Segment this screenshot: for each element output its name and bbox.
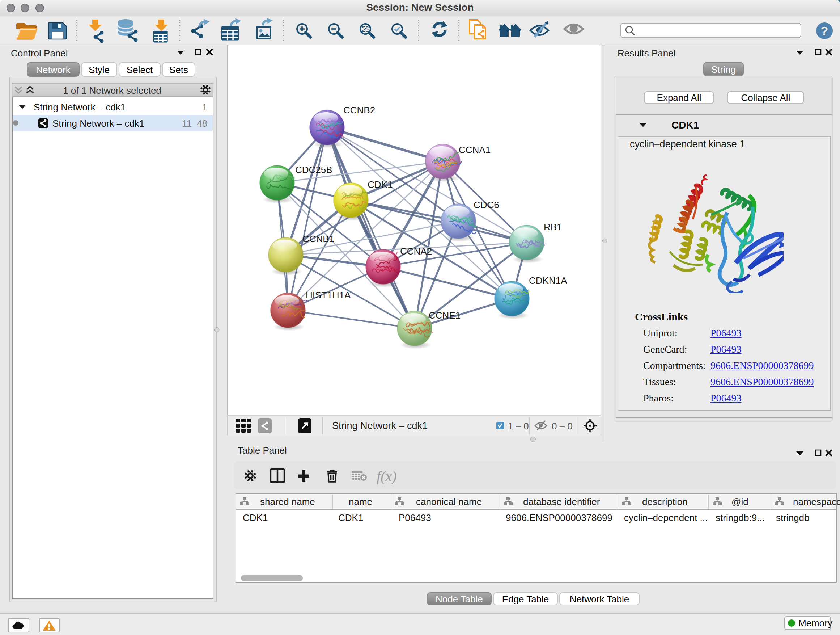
svg-text:CDKN1A: CDKN1A bbox=[529, 275, 567, 286]
svg-text:HIST1H1A: HIST1H1A bbox=[306, 290, 351, 301]
svg-text:CDK1: CDK1 bbox=[368, 179, 393, 190]
svg-text:CCNB1: CCNB1 bbox=[302, 233, 334, 244]
svg-text:CCNE1: CCNE1 bbox=[429, 310, 461, 321]
svg-text:CCNA2: CCNA2 bbox=[400, 246, 432, 257]
svg-text:CDC25B: CDC25B bbox=[295, 165, 332, 175]
svg-text:CCNB2: CCNB2 bbox=[343, 105, 375, 116]
svg-text:RB1: RB1 bbox=[544, 222, 562, 233]
svg-text:CCNA1: CCNA1 bbox=[459, 144, 491, 155]
svg-text:CDC6: CDC6 bbox=[474, 200, 499, 211]
